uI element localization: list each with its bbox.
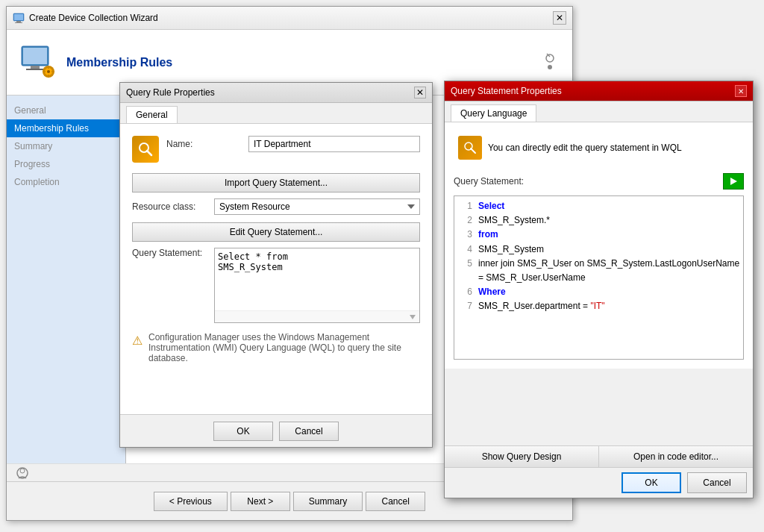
query-stmt-ok[interactable]: OK <box>621 472 681 493</box>
textarea-scrollbar <box>215 310 419 322</box>
resource-class-select[interactable]: System Resource <box>214 198 420 215</box>
edit-query-btn[interactable]: Edit Query Statement... <box>132 222 420 242</box>
import-query-btn[interactable]: Import Query Statement... <box>132 173 420 193</box>
close-button[interactable]: ✕ <box>553 11 566 25</box>
code-line: 5 inner join SMS_R_User on SMS_R_System.… <box>457 257 740 285</box>
wizard-header-title: Membership Rules <box>66 56 172 69</box>
app-icon <box>13 12 25 24</box>
resource-class-label: Resource class: <box>132 201 214 212</box>
name-input[interactable] <box>248 136 420 152</box>
svg-line-24 <box>471 148 475 153</box>
wizard-header-icon <box>19 43 57 82</box>
query-rule-tabs: General <box>120 103 432 124</box>
query-stmt-container: Select * from SMS_R_System <box>214 248 420 323</box>
svg-rect-6 <box>31 66 40 69</box>
sidebar-item-general[interactable]: General <box>7 101 125 119</box>
name-label: Name: <box>166 139 248 149</box>
open-code-editor-button[interactable]: Open in code editor... <box>599 446 753 467</box>
svg-marker-25 <box>730 178 737 185</box>
svg-rect-11 <box>48 66 49 69</box>
query-stmt-titlebar: Query Statement Properties ✕ <box>445 81 753 101</box>
sidebar-item-summary[interactable]: Summary <box>7 137 125 155</box>
status-icon <box>16 466 29 480</box>
code-line: 4 SMS_R_System <box>457 242 740 257</box>
query-rule-icon <box>132 136 159 163</box>
play-icon <box>728 176 739 187</box>
svg-marker-22 <box>410 315 416 319</box>
sidebar-item-membership-rules[interactable]: Membership Rules <box>7 119 125 137</box>
info-row: You can directly edit the query statemen… <box>454 131 744 164</box>
resource-class-row: Resource class: System Resource <box>132 198 420 215</box>
name-field-group: Name: <box>166 136 420 160</box>
query-stmt-label: Query Statement: <box>132 248 214 258</box>
query-stmt-close[interactable]: ✕ <box>735 85 747 97</box>
query-stmt-row: Query Statement: Select * from SMS_R_Sys… <box>132 248 420 323</box>
query-stmt-tabs: Query Language <box>445 101 753 122</box>
query-stmt-cancel[interactable]: Cancel <box>687 472 747 493</box>
svg-point-10 <box>47 70 50 73</box>
sidebar-item-completion[interactable]: Completion <box>7 173 125 191</box>
name-section: Name: <box>132 136 420 163</box>
code-editor[interactable]: 1Select2 SMS_R_System.*3from4 SMS_R_Syst… <box>454 195 744 360</box>
warning-icon: ⚠ <box>132 334 143 348</box>
svg-rect-1 <box>16 21 21 22</box>
query-rule-title: Query Rule Properties <box>126 87 215 98</box>
previous-button[interactable]: < Previous <box>154 492 228 511</box>
info-icon <box>458 136 482 160</box>
next-button[interactable]: Next > <box>231 492 290 511</box>
header-right-icon <box>539 51 560 74</box>
wizard-sidebar: General Membership Rules Summary Progres… <box>7 96 126 478</box>
code-line: 1Select <box>457 199 740 213</box>
cancel-button[interactable]: Cancel <box>366 492 425 511</box>
tab-general[interactable]: General <box>126 106 178 123</box>
warning-message: ⚠ Configuration Manager uses the Windows… <box>132 332 420 363</box>
query-stmt-body: You can directly edit the query statemen… <box>445 122 753 369</box>
query-rule-close[interactable]: ✕ <box>414 87 426 98</box>
query-stmt-title: Query Statement Properties <box>451 86 562 96</box>
code-line: 3from <box>457 228 740 242</box>
svg-rect-3 <box>14 14 23 20</box>
query-stmt-dialog: Query Statement Properties ✕ Query Langu… <box>444 81 754 498</box>
stmt-label: Query Statement: <box>454 176 524 187</box>
warning-text: Configuration Manager uses the Windows M… <box>148 332 420 363</box>
query-rule-body: Name: Import Query Statement... Resource… <box>120 124 432 428</box>
query-rule-cancel[interactable]: Cancel <box>279 422 339 441</box>
query-rule-dialog: Query Rule Properties ✕ General Name: Im… <box>119 82 433 448</box>
query-info-icon <box>463 140 478 155</box>
code-line: 6Where <box>457 285 740 299</box>
code-line: 2 SMS_R_System.* <box>457 213 740 228</box>
svg-point-17 <box>548 65 552 69</box>
query-rule-footer: OK Cancel <box>120 414 432 447</box>
svg-rect-14 <box>51 71 54 72</box>
help-icon <box>539 51 560 72</box>
tab-query-language[interactable]: Query Language <box>451 104 536 122</box>
query-rule-ok[interactable]: OK <box>213 422 273 441</box>
magnify-icon <box>137 141 154 157</box>
svg-rect-2 <box>15 22 22 23</box>
svg-point-15 <box>546 54 554 62</box>
name-row: Name: <box>166 136 420 152</box>
ok-cancel-buttons: OK Cancel <box>445 467 753 498</box>
stmt-header: Query Statement: <box>454 173 744 193</box>
svg-rect-13 <box>43 71 46 72</box>
code-line: 7 SMS_R_User.department = "IT" <box>457 299 740 313</box>
query-stmt-textarea[interactable]: Select * from SMS_R_System <box>215 248 419 308</box>
svg-point-19 <box>20 469 25 473</box>
run-query-button[interactable] <box>723 173 744 190</box>
titlebar-left: Create Device Collection Wizard <box>13 12 158 24</box>
wizard-title: Create Device Collection Wizard <box>29 13 158 23</box>
sidebar-item-progress[interactable]: Progress <box>7 155 125 173</box>
svg-rect-5 <box>23 48 47 64</box>
svg-line-21 <box>147 151 151 155</box>
footer-action-buttons: Show Query Design Open in code editor... <box>445 445 753 467</box>
svg-rect-7 <box>26 69 44 70</box>
summary-button[interactable]: Summary <box>293 492 363 511</box>
query-stmt-footer: Show Query Design Open in code editor...… <box>445 445 753 498</box>
svg-rect-12 <box>48 75 49 78</box>
query-rule-titlebar: Query Rule Properties ✕ <box>120 83 432 103</box>
show-query-design-button[interactable]: Show Query Design <box>445 446 599 467</box>
wizard-titlebar: Create Device Collection Wizard ✕ <box>7 7 572 30</box>
info-text: You can directly edit the query statemen… <box>488 143 682 153</box>
